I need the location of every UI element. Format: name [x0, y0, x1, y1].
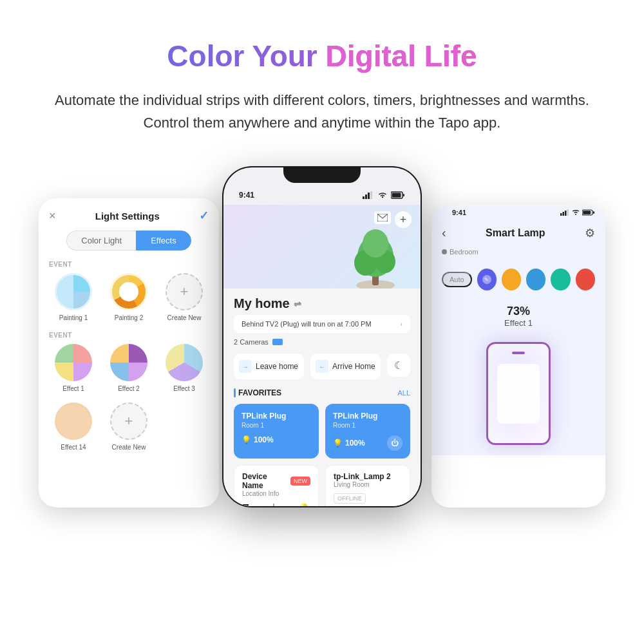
device-card-2-name: TPLink Plug: [333, 412, 402, 421]
effect-item-create-new-1[interactable]: + Create New: [160, 273, 209, 321]
effects-grid-2: Effect 1 Effect 2 Effect 3: [39, 344, 219, 400]
svg-rect-1: [365, 194, 367, 199]
effect-item-2[interactable]: Effect 2: [104, 344, 153, 392]
arrive-home-label: Arrive Home: [332, 362, 375, 371]
effect-item-painting1[interactable]: Painting 1: [49, 273, 98, 321]
gear-icon[interactable]: ⚙: [585, 226, 595, 240]
moon-button[interactable]: ☾: [387, 354, 410, 377]
svg-rect-0: [363, 196, 365, 199]
leave-home-label: Leave home: [256, 362, 298, 371]
notification-bar: Behind TV2 (Plug) will trun on at 7:00 P…: [234, 315, 410, 333]
effect-item-14[interactable]: Effect 14: [49, 402, 98, 451]
home-title: My home: [234, 296, 290, 311]
svg-rect-3: [370, 191, 372, 199]
battery-icon: [391, 191, 405, 199]
svg-rect-2: [368, 193, 370, 199]
svg-rect-18: [567, 209, 569, 216]
create-new-label-1: Create New: [167, 314, 202, 321]
device-card-offline-1[interactable]: Device Name NEW Location Info Z ⏻ 💡: [234, 465, 319, 506]
back-arrow-icon[interactable]: ‹: [442, 225, 446, 240]
device-card-1[interactable]: TPLink Plug Room 1 💡100%: [234, 404, 319, 459]
effect3-circle: [166, 344, 203, 381]
offline2-device-room: Living Room: [334, 481, 402, 488]
title-part1: Color Your: [167, 39, 325, 73]
arrive-home-button[interactable]: ← Arrive Home: [310, 354, 381, 379]
device-card-1-brightness: 💡100%: [242, 435, 274, 444]
device-card-offline-2[interactable]: tp-Link_Lamp 2 Living Room OFFLINE: [325, 465, 410, 506]
right-header: ‹ Smart Lamp ⚙: [431, 216, 605, 245]
header-section: Color Your Digital Life Automate the ind…: [0, 39, 644, 134]
phone-center: 9:41: [222, 166, 422, 507]
right-wifi-icon: [572, 209, 580, 216]
smart-lamp-title: Smart Lamp: [486, 227, 545, 239]
favorites-label: FAVORITES: [238, 388, 281, 397]
check-icon[interactable]: ✓: [199, 209, 209, 223]
effect-name: Effect 1: [442, 318, 595, 328]
effect14-circle: [55, 402, 92, 440]
painting2-circle: [110, 273, 147, 310]
phones-container: × Light Settings ✓ Color Light Effects E…: [0, 160, 644, 507]
effects-toggle[interactable]: Effects: [136, 231, 191, 251]
color-chip-orange[interactable]: [502, 269, 521, 290]
offline2-device-bottom: OFFLINE: [334, 493, 402, 504]
left-phone-header: × Light Settings ✓: [39, 198, 219, 228]
color-chip-blue[interactable]: [526, 269, 545, 290]
bedroom-label: Bedroom: [450, 248, 478, 256]
phone-left: × Light Settings ✓ Color Light Effects E…: [39, 198, 219, 507]
create-new-circle-2: +: [110, 402, 147, 440]
favorites-header: FAVORITES ALL: [234, 388, 410, 397]
color-chip-blue-purple[interactable]: ✎: [477, 269, 497, 290]
svg-rect-7: [403, 194, 404, 196]
add-icon[interactable]: +: [395, 211, 412, 228]
section-label-1: EVENT: [39, 258, 219, 273]
svg-rect-22: [593, 211, 594, 214]
main-title: Color Your Digital Life: [52, 39, 592, 73]
color-row: Auto ✎: [431, 262, 605, 297]
power-icon-2[interactable]: ⏻: [387, 435, 402, 451]
svg-rect-15: [560, 213, 562, 216]
effect-item-3[interactable]: Effect 3: [160, 344, 209, 392]
all-link[interactable]: ALL: [397, 389, 410, 397]
light-settings-title: Light Settings: [95, 211, 160, 222]
effect14-label: Effect 14: [61, 444, 86, 451]
device-grid: TPLink Plug Room 1 💡100% TPLink Plug Roo…: [234, 404, 410, 506]
auto-button[interactable]: Auto: [442, 272, 472, 287]
painting1-label: Painting 1: [59, 314, 88, 321]
create-new-label-2: Create New: [112, 444, 146, 451]
fav-bar-icon: [234, 388, 236, 397]
envelope-icon[interactable]: [374, 211, 391, 224]
svg-rect-16: [563, 212, 565, 216]
section-label-2: EVENT: [39, 329, 219, 344]
lamp-glow: [497, 364, 540, 423]
arrive-icon: ←: [316, 360, 328, 373]
right-status-bar: 9:41: [431, 205, 605, 216]
device-card-1-name: TPLink Plug: [242, 412, 311, 421]
leave-home-button[interactable]: → Leave home: [234, 354, 304, 379]
toggle-bar: Color Light Effects: [49, 231, 209, 251]
title-highlight: Digital Life: [326, 39, 477, 73]
center-body: My home ⇌ Behind TV2 (Plug) will trun on…: [223, 289, 421, 506]
offline-device-bottom: Z ⏻ 💡: [242, 502, 310, 506]
subtitle: Automate the individual strips with diff…: [52, 89, 592, 134]
effect2-circle: [110, 344, 147, 381]
device-card-2[interactable]: TPLink Plug Room 1 💡100% ⏻: [325, 404, 410, 459]
effect-item-1[interactable]: Effect 1: [49, 344, 98, 392]
center-hero: +: [223, 205, 421, 289]
painting2-label: Painting 2: [115, 314, 143, 321]
device-card-2-room: Room 1: [333, 422, 402, 429]
effect3-label: Effect 3: [173, 385, 195, 392]
notification-text: Behind TV2 (Plug) will trun on at 7:00 P…: [242, 320, 372, 328]
device-card-2-brightness: 💡100%: [333, 439, 365, 448]
home-switch-icon[interactable]: ⇌: [294, 299, 301, 309]
effect-item-create-new-2[interactable]: + Create New: [104, 402, 153, 451]
offline2-device-name: tp-Link_Lamp 2: [334, 472, 402, 481]
effect2-label: Effect 2: [118, 385, 140, 392]
color-light-toggle[interactable]: Color Light: [66, 231, 136, 251]
effect-item-painting2[interactable]: Painting 2: [104, 273, 153, 321]
right-status-icons: [560, 209, 595, 216]
leave-icon: →: [239, 360, 252, 373]
close-icon[interactable]: ×: [49, 209, 56, 223]
color-chip-red[interactable]: [576, 269, 595, 290]
color-chip-teal[interactable]: [551, 269, 570, 290]
effect1-circle: [55, 344, 92, 381]
